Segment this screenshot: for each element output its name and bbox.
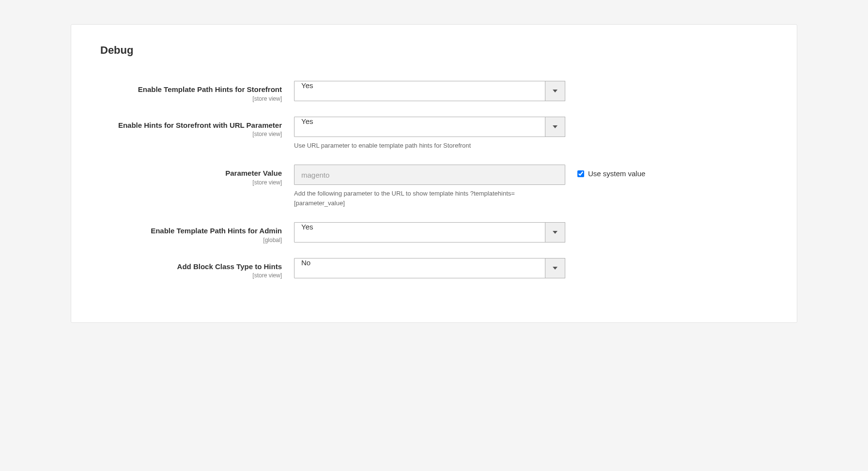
label-text: Enable Hints for Storefront with URL Par… — [100, 121, 282, 130]
hint-parameter-value: Add the following parameter to the URL t… — [294, 189, 565, 208]
label-text: Enable Template Path Hints for Admin — [100, 226, 282, 236]
select-url-parameter-hints[interactable]: Yes — [294, 117, 565, 137]
scope-text: [store view] — [100, 131, 282, 137]
row-storefront-hints: Enable Template Path Hints for Storefron… — [100, 81, 768, 102]
label-text: Parameter Value — [100, 168, 282, 178]
debug-settings-panel: Debug Enable Template Path Hints for Sto… — [71, 24, 797, 323]
scope-text: [store view] — [100, 95, 282, 102]
label-admin-hints: Enable Template Path Hints for Admin [gl… — [100, 222, 294, 243]
label-parameter-value: Parameter Value [store view] — [100, 165, 294, 186]
label-storefront-hints: Enable Template Path Hints for Storefron… — [100, 81, 294, 102]
hint-url-parameter: Use URL parameter to enable template pat… — [294, 141, 565, 151]
row-admin-hints: Enable Template Path Hints for Admin [gl… — [100, 222, 768, 243]
label-block-class-hints: Add Block Class Type to Hints [store vie… — [100, 258, 294, 279]
select-block-class-hints[interactable]: No — [294, 258, 565, 278]
label-url-parameter-hints: Enable Hints for Storefront with URL Par… — [100, 117, 294, 138]
label-text: Enable Template Path Hints for Storefron… — [100, 85, 282, 94]
label-text: Add Block Class Type to Hints — [100, 262, 282, 272]
section-title: Debug — [100, 44, 768, 57]
checkbox-use-system-value[interactable] — [577, 170, 584, 177]
scope-text: [store view] — [100, 272, 282, 279]
label-use-system-value[interactable]: Use system value — [588, 169, 645, 178]
select-storefront-hints[interactable]: Yes — [294, 81, 565, 101]
row-block-class-hints: Add Block Class Type to Hints [store vie… — [100, 258, 768, 279]
row-parameter-value: Parameter Value [store view] Add the fol… — [100, 165, 768, 208]
select-admin-hints[interactable]: Yes — [294, 222, 565, 243]
scope-text: [store view] — [100, 179, 282, 186]
input-parameter-value[interactable] — [294, 165, 565, 185]
scope-text: [global] — [100, 237, 282, 243]
row-url-parameter-hints: Enable Hints for Storefront with URL Par… — [100, 117, 768, 151]
